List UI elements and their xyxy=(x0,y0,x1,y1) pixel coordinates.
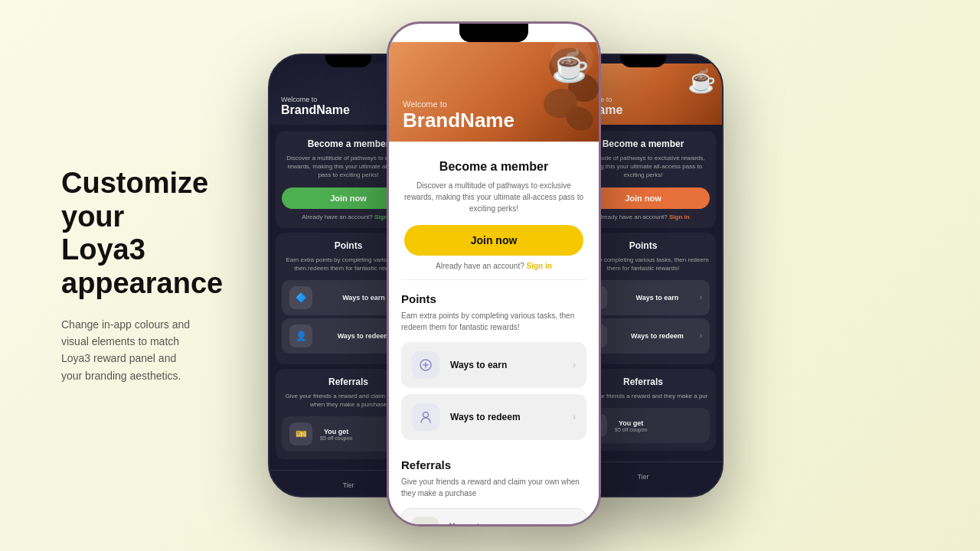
phone-left-brand: Welcome to BrandName xyxy=(281,96,350,117)
welcome-label-left: Welcome to xyxy=(281,96,350,103)
you-get-label-center: You get xyxy=(449,522,495,527)
tab-label-right: Tier xyxy=(637,473,648,481)
phone-center-content: Become a member Discover a multitude of … xyxy=(389,142,599,527)
referrals-desc-center: Give your friends a reward and claim you… xyxy=(401,476,586,499)
phone-center-header: ☕ Welcome to BrandName xyxy=(389,42,599,142)
notch-center xyxy=(459,24,528,42)
redeem-icon-center xyxy=(412,403,439,431)
chevron-redeem-center: › xyxy=(573,412,576,422)
sign-in-link-right[interactable]: Sign in xyxy=(669,214,690,220)
sign-in-link-center[interactable]: Sign in xyxy=(527,262,552,270)
svg-point-6 xyxy=(423,412,429,418)
center-brand-overlay: Welcome to BrandName xyxy=(403,99,514,132)
brand-center: BrandName xyxy=(403,109,514,132)
you-get-label-right: You get xyxy=(615,419,647,427)
phone-center: ☕ Welcome to BrandName Become a member D… xyxy=(387,21,601,527)
earn-icon-left: 🔷 xyxy=(289,286,312,309)
welcome-center: Welcome to xyxy=(403,99,514,109)
coffee-cup-center: ☕ xyxy=(551,48,590,84)
redeem-svg-center xyxy=(419,410,433,424)
ways-redeem-center[interactable]: Ways to redeem › xyxy=(401,394,586,440)
redeem-label-right: Ways to redeem xyxy=(615,332,700,340)
points-desc-center: Earn extra points by completing various … xyxy=(401,310,586,333)
sign-in-center: Already have an account? Sign in xyxy=(404,262,583,270)
coffee-cup-right: ☕ xyxy=(688,67,716,94)
notch-right xyxy=(620,55,666,67)
chevron-earn-center: › xyxy=(573,360,576,370)
points-section-center: Points Earn extra points by completing v… xyxy=(401,289,586,455)
earn-label-center: Ways to earn xyxy=(450,360,573,370)
page-title: Customize your Loya3 appearance xyxy=(61,167,199,301)
join-btn-center[interactable]: Join now xyxy=(404,225,583,256)
you-get-label-left: You get xyxy=(320,428,352,435)
chevron-redeem-right: › xyxy=(700,331,702,340)
points-title-center: Points xyxy=(401,292,586,305)
you-get-value-left: $5 off coupon xyxy=(320,435,352,441)
ways-earn-center[interactable]: Ways to earn › xyxy=(401,342,586,388)
chevron-earn-right: › xyxy=(700,293,702,302)
redeem-label-center: Ways to redeem xyxy=(450,412,573,422)
coupon-icon-center xyxy=(411,517,439,527)
earn-svg-center xyxy=(419,358,433,372)
you-get-value-right: $5 off coupon xyxy=(615,427,647,432)
referrals-section-center: Referrals Give your friends a reward and… xyxy=(401,455,586,527)
coupon-icon-left: 🎫 xyxy=(289,422,312,445)
member-section-center: Become a member Discover a multitude of … xyxy=(401,154,586,280)
earn-label-right: Ways to earn xyxy=(615,294,700,302)
you-get-center: You get $5 off coupon xyxy=(401,508,586,527)
phones-container: Welcome to BrandName Become a member Dis… xyxy=(245,0,980,551)
page-description: Change in-app colours and visual element… xyxy=(61,316,199,385)
redeem-icon-left: 👤 xyxy=(289,324,312,347)
member-title-center: Become a member xyxy=(404,160,583,174)
referrals-title-center: Referrals xyxy=(401,458,586,471)
member-desc-center: Discover a multitude of pathways to excl… xyxy=(404,180,583,214)
notch-left xyxy=(325,55,371,67)
earn-icon-center xyxy=(412,351,439,379)
left-panel: Customize your Loya3 appearance Change i… xyxy=(0,121,245,430)
brand-name-left: BrandName xyxy=(281,103,350,117)
coupon-svg-center xyxy=(418,523,432,527)
tab-label-left: Tier xyxy=(342,481,354,489)
